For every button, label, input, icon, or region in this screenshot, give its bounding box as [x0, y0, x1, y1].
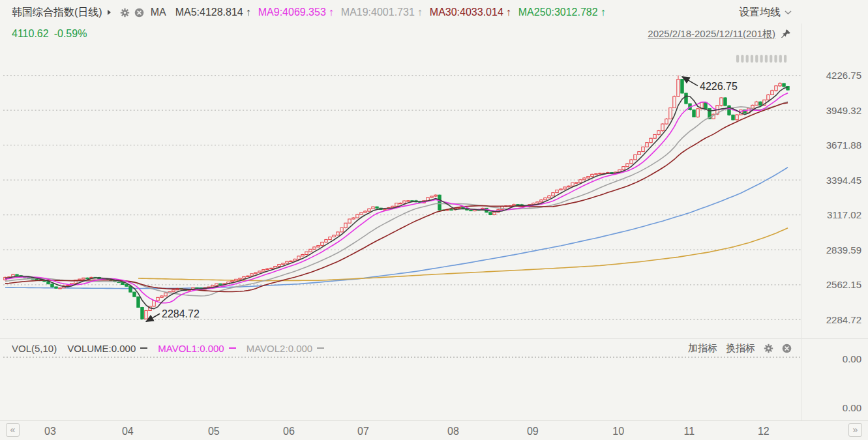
volume-y-label: 0.00 — [843, 353, 861, 364]
last-price: 4110.62 — [12, 28, 49, 40]
main-header: 韩国综合指数(日线) MA MA5:4128.814↑MA9:4069.3 — [12, 5, 792, 20]
x-axis-label: 09 — [527, 426, 539, 437]
ma-legend-item: MA5:4128.814↑ — [175, 7, 251, 18]
long-ma-lines — [5, 168, 788, 289]
chart-decorations — [0, 23, 868, 421]
y-axis-label: 3394.45 — [826, 175, 861, 186]
volume-legend-item: MAVOL2:0.000 — [247, 343, 324, 354]
chevron-down-icon — [785, 10, 792, 15]
volume-legend-item: MAVOL1:0.000 — [158, 343, 235, 354]
indicator-group-label[interactable]: MA — [151, 7, 166, 18]
y-axis-label: 2284.72 — [826, 314, 861, 325]
symbol-title[interactable]: 韩国综合指数(日线) — [12, 6, 102, 20]
ma-legend-item: MA9:4069.353↑ — [258, 7, 334, 18]
switch-indicator-button[interactable]: 换指标 — [726, 342, 755, 355]
candlestick-series[interactable] — [4, 76, 789, 320]
ma-line-MA-blue — [5, 168, 788, 289]
add-indicator-button[interactable]: 加指标 — [688, 342, 717, 355]
y-axis-label: 2562.15 — [826, 279, 861, 290]
x-axis-label: 06 — [283, 426, 295, 437]
scroll-left-button[interactable]: « — [6, 423, 20, 437]
x-axis-label: 03 — [44, 426, 56, 437]
date-range-link[interactable]: 2025/2/18-2025/12/11(201根) — [648, 28, 775, 40]
ma-line-MA250 — [138, 228, 788, 281]
ma-lines — [5, 87, 788, 309]
volume-close-icon[interactable] — [782, 344, 792, 353]
pin-icon[interactable] — [779, 28, 792, 40]
change-percent: -0.59% — [54, 28, 87, 40]
close-indicator-icon[interactable] — [134, 8, 144, 18]
high-annotation: 4226.75 — [700, 81, 738, 92]
ma-legend-item: MA19:4001.731↑ — [341, 7, 423, 18]
x-axis-label: 07 — [357, 426, 369, 437]
volume-legend-item: VOLUME:0.000 — [67, 343, 147, 354]
volume-y-label: 0.00 — [843, 402, 861, 413]
volume-indicator-label[interactable]: VOL(5,10) — [12, 343, 57, 354]
ma-settings-label: 设置均线 — [739, 6, 781, 20]
x-axis-label: 11 — [683, 426, 695, 437]
ma-legend-item: MA30:4033.014↑ — [430, 7, 511, 18]
x-axis-label: 10 — [612, 426, 624, 437]
volume-pane-header: VOL(5,10) VOLUME:0.000MAVOL1:0.000MAVOL2… — [12, 340, 792, 356]
pane-resize-grip[interactable] — [736, 55, 786, 63]
y-axis-label: 3671.88 — [826, 139, 861, 151]
axis-labels: 4226.753949.323671.883394.453117.022839.… — [44, 70, 861, 437]
chart-canvas[interactable]: 4226.752284.72 4226.753949.323671.883394… — [0, 0, 868, 440]
scroll-right-button[interactable]: » — [848, 423, 862, 437]
x-axis-label: 04 — [122, 426, 134, 437]
y-axis-label: 4226.75 — [826, 70, 861, 81]
volume-gear-icon[interactable] — [764, 344, 773, 353]
volume-legend: VOLUME:0.000MAVOL1:0.000MAVOL2:0.000 — [67, 343, 324, 354]
x-axis-label: 12 — [758, 426, 770, 437]
ma-settings-button[interactable]: 设置均线 — [739, 6, 792, 20]
ma-legend: MA5:4128.814↑MA9:4069.353↑MA19:4001.731↑… — [175, 7, 606, 18]
stock-chart-app: 4226.752284.72 4226.753949.323671.883394… — [0, 0, 868, 440]
sub-header: 4110.62 -0.59% 2025/2/18-2025/12/11(201根… — [12, 27, 792, 41]
y-axis-label: 2839.59 — [826, 244, 861, 256]
ma-line-MA5 — [5, 87, 788, 309]
low-annotation: 2284.72 — [162, 308, 200, 319]
x-axis-label: 05 — [208, 426, 220, 437]
ma-legend-item: MA250:3012.782↑ — [518, 7, 606, 18]
ma-line-MA19 — [5, 102, 788, 296]
symbol-caret-icon[interactable] — [108, 10, 111, 15]
x-axis-label: 08 — [447, 426, 459, 437]
y-axis-label: 3117.02 — [827, 209, 861, 220]
ma-line-MA30 — [5, 103, 788, 292]
gear-icon[interactable] — [120, 8, 130, 18]
y-axis-label: 3949.32 — [826, 105, 861, 116]
ma-line-MA9 — [5, 93, 788, 303]
